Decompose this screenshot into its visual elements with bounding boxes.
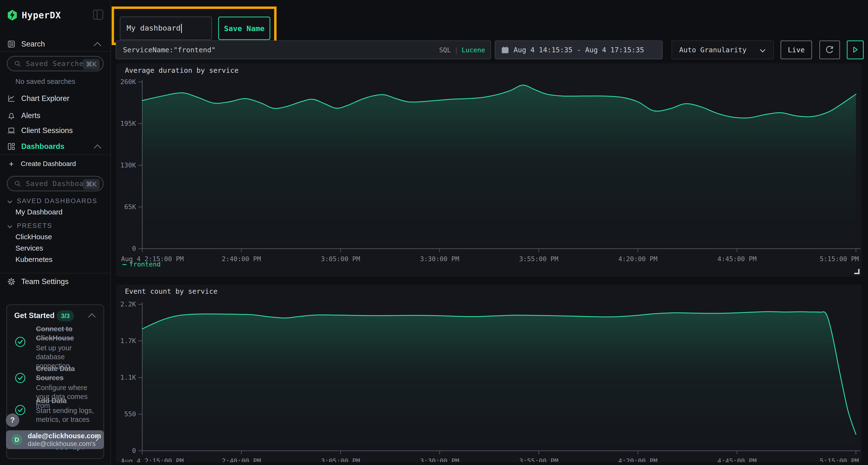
sidebar-item-label: Client Sessions xyxy=(21,126,73,135)
sidebar: HyperDX Search Saved Searches ⌘K No save… xyxy=(0,0,111,465)
refresh-button[interactable] xyxy=(819,40,840,59)
task-title: Connect to ClickHouse xyxy=(36,324,99,343)
hyperdx-app: HyperDX Search Saved Searches ⌘K No save… xyxy=(0,0,868,465)
section-header-saved-dashboards[interactable]: SAVED DASHBOARDS xyxy=(0,196,111,206)
sidebar-item-dashboards[interactable]: Dashboards xyxy=(0,141,111,152)
query-text: ServiceName:"frontend" xyxy=(123,46,216,54)
main-content: My dashboard Save Name ServiceName:"fron… xyxy=(112,0,868,465)
svg-text:3:05:00 PM: 3:05:00 PM xyxy=(321,457,360,462)
shortcut-badge: ⌘K xyxy=(83,59,100,70)
language-toggle-lucene[interactable]: Lucene xyxy=(462,46,485,54)
legend-series-label: frontend xyxy=(129,261,161,268)
get-started-title: Get Started xyxy=(14,311,55,320)
get-started-item-3[interactable]: Add DataStart sending logs, metrics, or … xyxy=(12,396,99,425)
chevron-up-icon xyxy=(94,42,101,49)
search-query-input[interactable]: ServiceName:"frontend" SQL | Lucene xyxy=(116,40,491,59)
chevron-down-icon xyxy=(7,199,12,203)
plus-icon: + xyxy=(7,159,16,169)
sidebar-collapse-icon[interactable] xyxy=(93,10,103,20)
sidebar-item-client-sessions[interactable]: Client Sessions xyxy=(0,125,111,136)
divider xyxy=(0,155,111,155)
list-item-label: Kubernetes xyxy=(16,255,52,264)
svg-text:2.2K: 2.2K xyxy=(120,300,136,308)
check-circle-icon xyxy=(14,372,26,385)
saved-searches-placeholder: Saved Searches xyxy=(26,60,88,68)
svg-text:195K: 195K xyxy=(120,120,136,127)
legend-line-swatch: — xyxy=(123,261,126,268)
saved-dashboards-input[interactable]: Saved Dashboards ⌘K xyxy=(7,176,104,191)
svg-text:0: 0 xyxy=(132,447,136,455)
time-range-text: Aug 4 14:15:35 - Aug 4 17:15:35 xyxy=(514,46,644,54)
svg-text:Aug 4 2:15:00 PM: Aug 4 2:15:00 PM xyxy=(121,457,184,462)
team-settings-label: Team Settings xyxy=(21,277,68,286)
section-title: PRESETS xyxy=(17,222,52,230)
chart-panel-average-duration: 260K195K130K65K0Aug 4 2:15:00 PM2:40:00 … xyxy=(116,63,862,276)
language-toggle-sql[interactable]: SQL xyxy=(439,46,451,54)
granularity-select[interactable]: Auto Granularity xyxy=(672,40,774,59)
time-range-picker[interactable]: Aug 4 14:15:35 - Aug 4 17:15:35 xyxy=(495,40,662,59)
line-chart-average-duration[interactable]: 260K195K130K65K0Aug 4 2:15:00 PM2:40:00 … xyxy=(116,63,862,276)
divider xyxy=(0,51,111,52)
svg-text:2:40:00 PM: 2:40:00 PM xyxy=(222,457,261,462)
svg-text:4:20:00 PM: 4:20:00 PM xyxy=(618,255,657,263)
sidebar-item-my-dashboard[interactable]: My Dashboard xyxy=(0,206,111,218)
sidebar-item-label: Chart Explorer xyxy=(21,94,69,103)
avatar: D xyxy=(11,434,23,445)
svg-text:4:20:00 PM: 4:20:00 PM xyxy=(618,457,657,462)
panel-resize-handle[interactable] xyxy=(854,269,860,274)
svg-text:3:55:00 PM: 3:55:00 PM xyxy=(519,255,558,263)
svg-text:1.1K: 1.1K xyxy=(120,374,136,381)
svg-text:130K: 130K xyxy=(120,161,136,169)
help-button[interactable]: ? xyxy=(6,413,19,427)
sidebar-item-team-settings[interactable]: Team Settings xyxy=(0,276,111,287)
sidebar-item-search[interactable]: Search xyxy=(0,38,111,49)
dashboard-name-highlight-box: My dashboard Save Name xyxy=(112,6,277,45)
user-subtitle: dale@clickhouse.com's xyxy=(28,440,101,447)
sidebar-item-label: Search xyxy=(21,40,45,48)
chevron-up-icon[interactable] xyxy=(88,313,96,321)
sidebar-item-chart-explorer[interactable]: Chart Explorer xyxy=(0,93,111,104)
sidebar-item-alerts[interactable]: Alerts xyxy=(0,110,111,121)
gear-icon xyxy=(7,277,16,286)
laptop-icon xyxy=(7,126,16,135)
sidebar-item-services[interactable]: Services xyxy=(0,242,111,254)
text-caret xyxy=(181,24,182,33)
get-started-item-2[interactable]: Create Data SourcesConfigure where your … xyxy=(12,364,99,393)
chevron-up-icon xyxy=(94,144,101,152)
chart-legend[interactable]: — frontend xyxy=(123,261,161,268)
svg-text:4:45:00 PM: 4:45:00 PM xyxy=(717,457,756,462)
saved-searches-input[interactable]: Saved Searches ⌘K xyxy=(7,56,104,71)
app-title: HyperDX xyxy=(22,10,61,21)
svg-text:2:40:00 PM: 2:40:00 PM xyxy=(222,255,261,263)
language-toggle-divider: | xyxy=(454,46,458,54)
save-name-button[interactable]: Save Name xyxy=(218,16,270,40)
chart-line-icon xyxy=(7,94,16,103)
dashboard-name-input[interactable]: My dashboard xyxy=(120,16,212,40)
shortcut-badge: ⌘K xyxy=(83,179,100,190)
search-icon xyxy=(14,180,22,188)
user-email: dale@clickhouse.com xyxy=(28,432,101,440)
dashboard-grid-icon xyxy=(7,142,16,151)
sidebar-item-clickhouse[interactable]: ClickHouse xyxy=(0,231,111,242)
live-button[interactable]: Live xyxy=(780,40,812,59)
get-started-item-1[interactable]: Connect to ClickHouseSet up your databas… xyxy=(12,324,99,360)
user-menu[interactable]: D dale@clickhouse.com dale@clickhouse.co… xyxy=(6,430,104,449)
svg-text:3:30:00 PM: 3:30:00 PM xyxy=(420,255,459,263)
svg-text:5:15:00 PM: 5:15:00 PM xyxy=(819,255,859,263)
get-started-progress-badge: 3/3 xyxy=(57,310,74,322)
section-header-presets[interactable]: PRESETS xyxy=(0,221,111,231)
calendar-icon xyxy=(501,46,509,54)
create-dashboard-button[interactable]: + Create Dashboard xyxy=(0,159,111,169)
sidebar-item-kubernetes[interactable]: Kubernetes xyxy=(0,254,111,265)
chart-title: Average duration by service xyxy=(125,66,239,74)
section-title: SAVED DASHBOARDS xyxy=(17,197,97,205)
line-chart-event-count[interactable]: 2.2K1.7K1.1K5500Aug 4 2:15:00 PM2:40:00 … xyxy=(116,284,862,462)
check-circle-icon xyxy=(14,336,26,349)
search-icon xyxy=(14,60,22,67)
create-dashboard-label: Create Dashboard xyxy=(21,160,76,168)
play-button[interactable] xyxy=(847,40,864,59)
sidebar-item-label: Dashboards xyxy=(21,142,64,151)
chart-title: Event count by service xyxy=(125,287,217,295)
chevron-down-icon xyxy=(760,47,766,53)
divider xyxy=(0,273,111,273)
